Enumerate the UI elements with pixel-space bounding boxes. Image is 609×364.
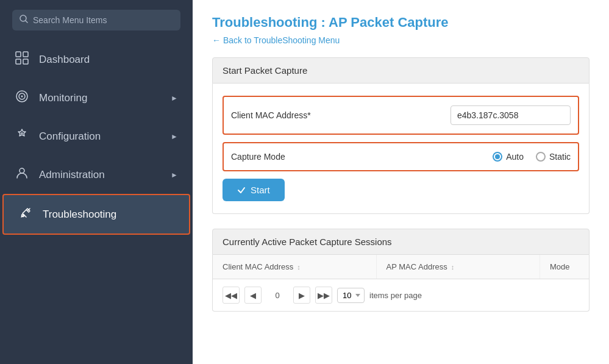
col-client-mac-label: Client MAC Address xyxy=(223,262,293,271)
page-title: Troubleshooting : AP Packet Capture xyxy=(212,15,589,30)
sessions-header: Currently Active Packet Capture Sessions xyxy=(212,229,589,255)
radio-static[interactable]: Static xyxy=(536,152,571,162)
radio-static-label: Static xyxy=(549,152,571,162)
sort-icon-ap[interactable]: ↕ xyxy=(451,263,455,271)
last-page-button[interactable]: ▶▶ xyxy=(315,287,332,304)
capture-mode-row: Capture Mode Auto Static xyxy=(223,142,579,171)
sidebar-item-configuration[interactable]: Configuration ► xyxy=(0,117,193,155)
search-icon xyxy=(20,15,28,26)
mac-label: Client MAC Address* xyxy=(231,110,341,120)
sidebar-item-dashboard[interactable]: Dashboard xyxy=(0,40,193,79)
prev-page-button[interactable]: ◀ xyxy=(244,287,262,304)
per-page-label: items per page xyxy=(369,291,422,300)
col-client-mac: Client MAC Address ↕ xyxy=(213,255,377,279)
sidebar-item-label: Configuration xyxy=(39,130,101,143)
col-ap-mac-label: AP MAC Address xyxy=(386,262,447,271)
svg-line-1 xyxy=(26,21,27,23)
monitoring-icon xyxy=(15,90,29,106)
per-page-select[interactable]: 10 25 50 xyxy=(337,288,365,303)
col-mode: Mode xyxy=(540,255,589,279)
back-link[interactable]: ← Back to TroubleShooting Menu xyxy=(212,35,589,45)
sidebar-item-monitoring[interactable]: Monitoring ► xyxy=(0,79,193,117)
sessions-table: Client MAC Address ↕ AP MAC Address ↕ Mo… xyxy=(212,255,589,312)
svg-point-9 xyxy=(21,132,23,134)
main-content: Troubleshooting : AP Packet Capture ← Ba… xyxy=(193,0,609,364)
chevron-right-icon: ► xyxy=(171,132,178,141)
mac-input-container xyxy=(451,105,571,125)
troubleshooting-icon xyxy=(18,206,33,223)
search-box[interactable] xyxy=(12,10,180,30)
svg-rect-3 xyxy=(23,52,28,57)
start-button[interactable]: Start xyxy=(223,179,285,201)
start-section-body: Client MAC Address* Capture Mode Auto St… xyxy=(212,84,589,214)
start-section-header: Start Packet Capture xyxy=(212,57,589,84)
check-icon xyxy=(237,186,246,194)
chevron-right-icon: ► xyxy=(171,171,178,179)
start-packet-capture-section: Start Packet Capture Client MAC Address*… xyxy=(212,57,589,214)
sidebar-item-label: Troubleshooting xyxy=(43,209,116,221)
capture-mode-radio-group: Auto Static xyxy=(493,152,571,162)
mac-address-input[interactable] xyxy=(451,105,571,125)
radio-auto-label: Auto xyxy=(506,152,524,162)
chevron-right-icon: ► xyxy=(171,94,178,102)
sidebar-item-label: Administration xyxy=(39,169,105,181)
pagination-row: ◀◀ ◀ 0 ▶ ▶▶ 10 25 50 items per page xyxy=(213,279,589,311)
radio-auto[interactable]: Auto xyxy=(493,152,524,162)
first-page-button[interactable]: ◀◀ xyxy=(223,287,240,304)
svg-rect-4 xyxy=(16,59,21,64)
search-container xyxy=(0,0,193,40)
sidebar-item-label: Monitoring xyxy=(39,92,87,104)
dashboard-icon xyxy=(15,51,29,68)
search-input[interactable] xyxy=(33,15,173,25)
sort-icon-client[interactable]: ↕ xyxy=(297,263,301,271)
sidebar-item-label: Dashboard xyxy=(39,54,90,66)
sidebar-item-administration[interactable]: Administration ► xyxy=(0,155,193,194)
capture-mode-label: Capture Mode xyxy=(231,152,341,162)
radio-dot-auto xyxy=(493,152,502,162)
svg-rect-2 xyxy=(16,52,21,57)
administration-icon xyxy=(15,166,29,183)
sidebar-item-troubleshooting[interactable]: Troubleshooting xyxy=(2,194,190,235)
svg-point-8 xyxy=(21,96,23,98)
radio-dot-static xyxy=(536,152,546,162)
svg-point-10 xyxy=(20,168,24,173)
sidebar: Dashboard Monitoring ► Configuration ► xyxy=(0,0,193,364)
col-ap-mac: AP MAC Address ↕ xyxy=(377,255,541,279)
col-mode-label: Mode xyxy=(550,262,570,271)
table-header-row: Client MAC Address ↕ AP MAC Address ↕ Mo… xyxy=(213,255,589,279)
svg-rect-5 xyxy=(23,59,28,64)
configuration-icon xyxy=(15,128,29,145)
sessions-section: Currently Active Packet Capture Sessions… xyxy=(212,229,589,312)
current-page: 0 xyxy=(266,291,288,300)
start-btn-label: Start xyxy=(251,185,270,195)
next-page-button[interactable]: ▶ xyxy=(293,287,310,304)
mac-address-row: Client MAC Address* xyxy=(223,96,579,135)
